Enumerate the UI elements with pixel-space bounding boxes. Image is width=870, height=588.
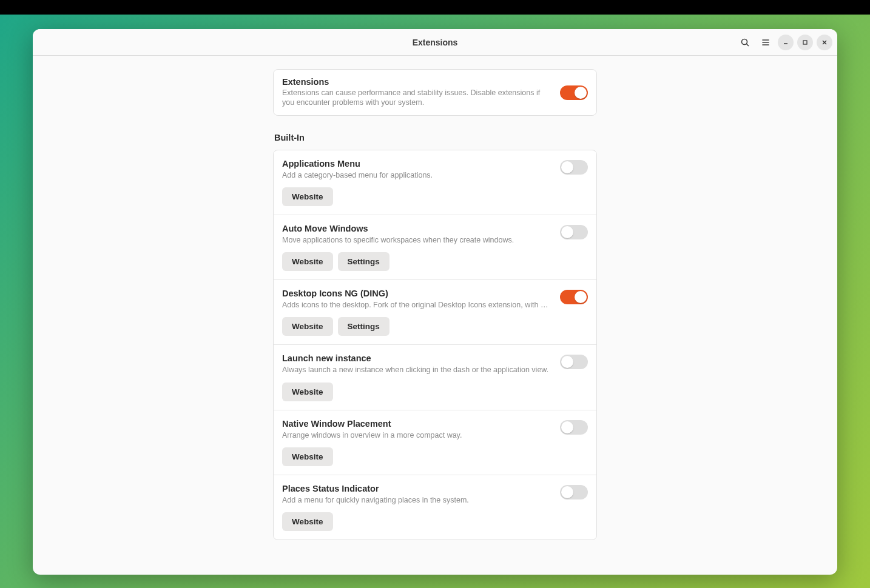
extension-buttons: WebsiteSettings <box>282 317 588 336</box>
extension-row-top: Launch new instanceAlways launch a new i… <box>282 353 588 375</box>
website-button[interactable]: Website <box>282 187 333 206</box>
extension-row-top: Native Window PlacementArrange windows i… <box>282 419 588 440</box>
extension-toggle[interactable] <box>560 160 588 175</box>
desktop-topbar <box>0 0 870 15</box>
extension-description: Add a menu for quickly navigating places… <box>282 495 550 505</box>
close-button[interactable] <box>817 35 832 50</box>
global-extensions-toggle[interactable] <box>560 85 588 100</box>
extension-info: Applications MenuAdd a category-based me… <box>282 159 550 180</box>
header-actions <box>737 34 832 51</box>
extension-toggle[interactable] <box>560 225 588 239</box>
minimize-icon <box>783 39 789 45</box>
extension-buttons: Website <box>282 447 588 466</box>
global-card-text: Extensions Extensions can cause performa… <box>282 77 550 108</box>
extension-row-top: Auto Move WindowsMove applications to sp… <box>282 224 588 245</box>
builtin-extensions-list: Applications MenuAdd a category-based me… <box>273 150 597 541</box>
extension-buttons: Website <box>282 383 588 401</box>
extension-info: Native Window PlacementArrange windows i… <box>282 419 550 440</box>
svg-line-1 <box>747 44 749 46</box>
headerbar: Extensions <box>33 29 837 56</box>
global-extensions-card: Extensions Extensions can cause performa… <box>273 69 597 116</box>
extension-toggle[interactable] <box>560 355 588 369</box>
toggle-knob <box>561 486 573 498</box>
minimize-button[interactable] <box>778 35 794 50</box>
extension-info: Desktop Icons NG (DING)Adds icons to the… <box>282 289 550 310</box>
settings-button[interactable]: Settings <box>338 252 389 271</box>
extension-buttons: Website <box>282 187 588 206</box>
toggle-knob <box>575 291 587 303</box>
builtin-section-header: Built-In <box>273 133 597 142</box>
global-card-desc: Extensions can cause performance and sta… <box>282 88 550 108</box>
extension-name: Places Status Indicator <box>282 484 550 493</box>
extension-name: Auto Move Windows <box>282 224 550 233</box>
website-button[interactable]: Website <box>282 317 333 336</box>
extension-buttons: WebsiteSettings <box>282 252 588 271</box>
extensions-window: Extensions <box>33 29 837 575</box>
website-button[interactable]: Website <box>282 383 333 401</box>
extension-row-top: Desktop Icons NG (DING)Adds icons to the… <box>282 289 588 310</box>
extension-name: Native Window Placement <box>282 419 550 429</box>
website-button[interactable]: Website <box>282 252 333 271</box>
close-icon <box>821 39 828 45</box>
toggle-knob <box>561 226 573 238</box>
global-card-title: Extensions <box>282 77 550 87</box>
extension-description: Arrange windows in overview in a more co… <box>282 430 550 440</box>
content-area[interactable]: Extensions Extensions can cause performa… <box>33 56 837 575</box>
extension-info: Launch new instanceAlways launch a new i… <box>282 353 550 375</box>
svg-rect-6 <box>803 41 807 44</box>
svg-point-0 <box>742 39 747 44</box>
website-button[interactable]: Website <box>282 512 333 531</box>
search-icon <box>740 38 750 47</box>
extension-toggle[interactable] <box>560 290 588 304</box>
menu-button[interactable] <box>757 34 774 51</box>
extension-name: Launch new instance <box>282 353 550 363</box>
extension-name: Applications Menu <box>282 159 550 169</box>
extension-item: Launch new instanceAlways launch a new i… <box>274 345 596 410</box>
toggle-knob <box>575 87 587 99</box>
toggle-knob <box>561 421 573 433</box>
extension-item: Native Window PlacementArrange windows i… <box>274 410 596 475</box>
content-inner: Extensions Extensions can cause performa… <box>273 69 597 575</box>
extension-row-top: Applications MenuAdd a category-based me… <box>282 159 588 180</box>
extension-description: Always launch a new instance when clicki… <box>282 365 550 375</box>
extension-item: Desktop Icons NG (DING)Adds icons to the… <box>274 280 596 345</box>
extension-info: Auto Move WindowsMove applications to sp… <box>282 224 550 245</box>
extension-row-top: Places Status IndicatorAdd a menu for qu… <box>282 484 588 505</box>
window-title: Extensions <box>413 38 458 47</box>
extension-description: Adds icons to the desktop. Fork of the o… <box>282 300 550 310</box>
extension-item: Applications MenuAdd a category-based me… <box>274 150 596 215</box>
extension-info: Places Status IndicatorAdd a menu for qu… <box>282 484 550 505</box>
extension-item: Places Status IndicatorAdd a menu for qu… <box>274 475 596 540</box>
toggle-knob <box>561 161 573 173</box>
extension-buttons: Website <box>282 512 588 531</box>
settings-button[interactable]: Settings <box>338 317 389 336</box>
extension-description: Move applications to specific workspaces… <box>282 235 550 245</box>
toggle-knob <box>561 356 573 368</box>
maximize-button[interactable] <box>797 35 813 50</box>
extension-description: Add a category-based menu for applicatio… <box>282 170 550 180</box>
website-button[interactable]: Website <box>282 447 333 466</box>
extension-item: Auto Move WindowsMove applications to sp… <box>274 215 596 280</box>
extension-name: Desktop Icons NG (DING) <box>282 289 550 298</box>
extension-toggle[interactable] <box>560 420 588 435</box>
maximize-icon <box>802 39 808 45</box>
hamburger-icon <box>761 38 770 47</box>
desktop-background: Extensions <box>0 15 870 588</box>
search-button[interactable] <box>737 34 754 51</box>
extension-toggle[interactable] <box>560 485 588 499</box>
